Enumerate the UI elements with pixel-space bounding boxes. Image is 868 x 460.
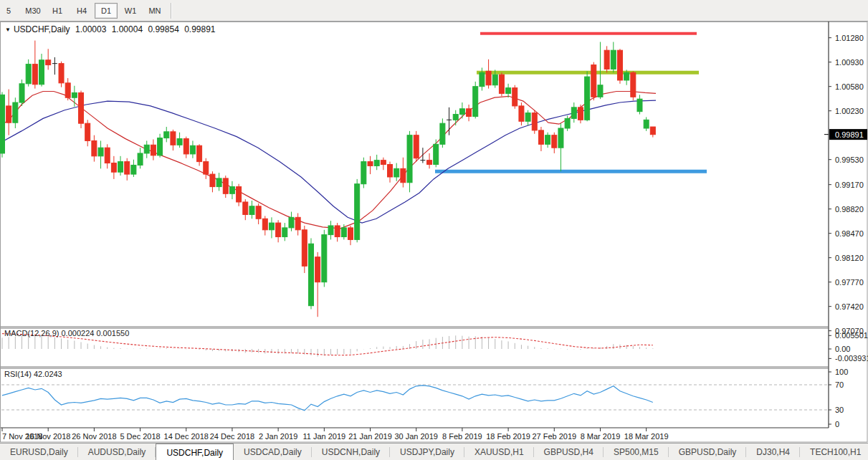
macd-signal-value: 0.001550 [96,329,129,337]
svg-text:0.005501: 0.005501 [835,331,868,340]
ohlc-close: 0.99891 [184,24,215,34]
svg-text:0.98820: 0.98820 [835,205,864,214]
ohlc-low: 0.99854 [148,24,178,34]
rsi-indicator-label: RSI(14) 42.0243 [4,370,62,378]
ma-fast-line [0,92,656,229]
rsi-levels [1,385,828,410]
timeframe-button-m5[interactable]: 5 [0,3,20,19]
symbol-tab-usdcad-daily[interactable]: USDCAD,Daily [234,444,312,460]
ma-fast [0,92,656,229]
svg-text:1.00580: 1.00580 [835,82,864,91]
svg-text:16 Nov 2018: 16 Nov 2018 [26,432,70,441]
svg-text:24 Dec 2018: 24 Dec 2018 [210,432,254,441]
date-axis: 7 Nov 201816 Nov 201826 Nov 20185 Dec 20… [2,428,669,441]
svg-text:0.99530: 0.99530 [835,155,864,164]
timeframe-button-d1[interactable]: D1 [95,3,118,19]
macd-histogram [2,335,653,356]
panel-frame [1,21,868,442]
ma-slow-line [0,100,656,223]
svg-text:5 Dec 2018: 5 Dec 2018 [120,432,160,441]
macd-indicator-label: MACD(12,26,9) 0.000224 0.001550 [4,329,129,337]
toolbar-separator [171,3,172,19]
chart-symbol-label: USDCHF,Daily [14,24,70,34]
chart-window[interactable]: ▼USDCHF,Daily 1.00003 1.00004 0.99854 0.… [0,21,868,443]
svg-text:-0.003931: -0.003931 [835,354,868,363]
symbol-tab-bar: EURUSD,DailyAUDUSD,DailyUSDCHF,DailyUSDC… [0,443,868,460]
svg-text:0: 0 [835,420,839,428]
timeframe-toolbar: 5 M30 H1 H4 D1 W1 MN [0,0,868,21]
rsi-name: RSI(14) [4,370,32,378]
collapse-triangle-icon[interactable]: ▼ [5,27,11,33]
chart-canvas[interactable]: 1.012801.009301.005801.002300.995300.991… [0,21,868,443]
macd-main-value: 0.000224 [61,329,94,337]
svg-text:30: 30 [835,406,844,414]
svg-text:1.01280: 1.01280 [835,34,864,42]
svg-text:18 Feb 2019: 18 Feb 2019 [486,432,530,441]
svg-text:2 Jan 2019: 2 Jan 2019 [259,432,297,441]
rsi-axis: 10070300 [829,368,848,428]
candlestick-series [0,41,655,317]
svg-text:0.99891: 0.99891 [835,130,864,139]
macd-axis: 0.0055010.00-0.003931 [829,331,868,363]
svg-text:70: 70 [835,380,844,389]
symbol-tab-xauusd-h1[interactable]: XAUUSD,H1 [464,444,534,460]
svg-text:0.97770: 0.97770 [835,278,864,287]
svg-text:0.97420: 0.97420 [835,302,864,311]
timeframe-button-w1[interactable]: W1 [119,3,142,19]
svg-text:18 Mar 2019: 18 Mar 2019 [624,432,669,441]
svg-text:8 Feb 2019: 8 Feb 2019 [442,432,482,441]
svg-text:100: 100 [835,368,848,376]
svg-text:0.98470: 0.98470 [835,229,864,238]
macd-name: MACD(12,26,9) [4,329,59,337]
symbol-tab-dj30-h4[interactable]: DJ30,H4 [746,444,800,460]
rsi-line [2,385,653,411]
symbol-tab-gbpusd-daily[interactable]: GBPUSD,Daily [669,444,747,460]
chart-title: ▼USDCHF,Daily 1.00003 1.00004 0.99854 0.… [5,24,219,34]
ma-slow [0,100,656,223]
svg-text:30 Jan 2019: 30 Jan 2019 [394,432,438,441]
symbol-tab-usdcnh-daily[interactable]: USDCNH,Daily [312,444,390,460]
svg-text:8 Mar 2019: 8 Mar 2019 [581,432,621,441]
timeframe-button-m30[interactable]: M30 [22,3,44,19]
timeframe-button-h1[interactable]: H1 [46,3,69,19]
svg-text:11 Jan 2019: 11 Jan 2019 [302,432,345,441]
symbol-tab-usdjpy-daily[interactable]: USDJPY,Daily [390,444,464,460]
ohlc-open: 1.00003 [75,24,106,34]
rsi-value: 42.0243 [34,370,62,378]
price-axis: 1.012801.009301.005801.002300.995300.991… [829,34,864,335]
rsi [2,385,653,411]
symbol-tab-gbpusd-h4[interactable]: GBPUSD,H4 [534,444,604,460]
symbol-tab-tech100-h1[interactable]: TECH100,H1 [800,444,868,460]
svg-text:26 Nov 2018: 26 Nov 2018 [72,432,116,441]
svg-text:0.99170: 0.99170 [835,181,864,189]
symbol-tab-sp500-m15[interactable]: SP500,M15 [604,444,669,460]
symbol-tab-eurusd-daily[interactable]: EURUSD,Daily [0,444,78,460]
svg-text:27 Feb 2019: 27 Feb 2019 [532,432,576,441]
svg-text:14 Dec 2018: 14 Dec 2018 [164,432,209,441]
current-price-tag: 0.99891 [824,129,867,140]
svg-text:1.00230: 1.00230 [835,107,864,115]
symbol-tab-usdchf-daily[interactable]: USDCHF,Daily [156,444,234,460]
svg-text:1.00930: 1.00930 [835,58,864,67]
svg-text:0.98120: 0.98120 [835,254,864,262]
ohlc-high: 1.00004 [112,24,143,34]
timeframe-button-h4[interactable]: H4 [70,3,93,19]
symbol-tab-audusd-daily[interactable]: AUDUSD,Daily [78,444,156,460]
timeframe-button-mn[interactable]: MN [143,3,166,19]
svg-text:0.00: 0.00 [835,345,850,353]
svg-text:21 Jan 2019: 21 Jan 2019 [348,432,392,441]
